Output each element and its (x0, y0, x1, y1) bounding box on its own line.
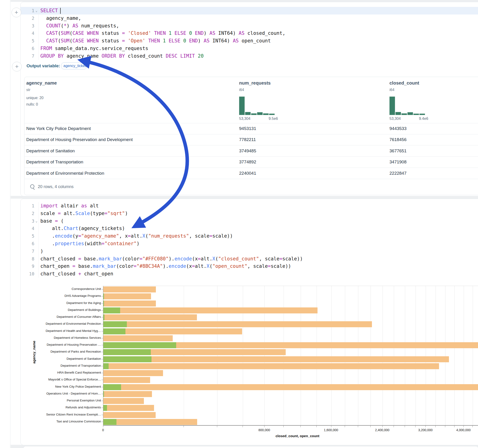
table-cell: 3677651 (390, 145, 407, 156)
table-row[interactable]: Department of Transportation377489234719… (25, 156, 478, 168)
table-row[interactable]: Department of Housing Preservation and D… (25, 134, 478, 145)
y-axis-label: Taxi and Limousine Commission (0, 420, 101, 423)
x-axis-tick (425, 426, 426, 427)
open-count-bar (103, 293, 104, 299)
y-axis-tick (101, 415, 103, 415)
column-header[interactable]: num_requests (239, 81, 271, 86)
column-type: i64 (239, 88, 244, 92)
line-number-gutter: 2 (20, 14, 39, 22)
fold-spacer (34, 37, 38, 45)
y-axis-label: Operations Unit - Department of Hom… (0, 392, 101, 395)
x-axis-tick-label: 2,400,000 (364, 428, 401, 432)
table-cell: Department of Environmental Protection (26, 168, 104, 179)
code-line[interactable]: 1import altair as alt (20, 202, 478, 210)
line-number-gutter: 3 (20, 22, 39, 30)
y-axis-tick (101, 317, 103, 317)
search-icon[interactable] (30, 184, 34, 188)
table-row[interactable]: New York City Police Department945313194… (25, 123, 478, 134)
column-histogram (390, 97, 426, 115)
fold-chevron-icon[interactable]: ⌄ (34, 217, 38, 225)
y-axis-tick (101, 359, 103, 359)
code-line[interactable]: 3 COUNT(*) AS num_requests, (20, 22, 478, 30)
add-cell-button-top[interactable]: + (12, 8, 21, 17)
gridline (405, 286, 405, 425)
x-axis-tick (370, 426, 371, 427)
closed-count-bar (103, 335, 173, 341)
table-cell: Department of Sanitation (26, 145, 75, 156)
gridline (184, 286, 184, 425)
open-count-bar (103, 300, 104, 306)
output-variable-chip[interactable]: agency_tickets (61, 62, 87, 69)
y-axis-label: Department of Parks and Recreation (0, 350, 101, 353)
fold-chevron-icon[interactable]: ⌄ (34, 7, 38, 14)
open-count-bar (103, 384, 121, 390)
table-cell: 7782211 (239, 134, 256, 145)
open-count-bar (103, 321, 127, 327)
code-line[interactable]: 9chart_open = base.mark_bar(color="#8BC3… (20, 262, 478, 270)
code-line[interactable]: 5 .encode(y="agency_name", x=alt.X("num_… (20, 232, 478, 240)
add-cell-button-middle[interactable]: + (12, 62, 22, 71)
x-axis-tick (464, 426, 464, 427)
fold-spacer (34, 240, 38, 248)
code-line[interactable]: 1⌄SELECT (20, 7, 478, 14)
code-line[interactable]: 4 CAST(SUM(CASE WHEN status = 'Closed' T… (20, 30, 478, 37)
y-axis-label: Correspondence Unit (0, 287, 101, 291)
x-axis-tick (454, 426, 454, 427)
x-axis-title: closed_count, open_count (205, 434, 390, 438)
code-line[interactable]: 6FROM sample_data.nyc.service_requests (20, 45, 478, 52)
python-editor[interactable]: 1import altair as alt2scale = alt.Scale(… (20, 202, 478, 278)
x-axis-tick (382, 426, 383, 427)
gridline (371, 286, 371, 425)
gridline (317, 286, 317, 425)
gridline (358, 286, 358, 425)
code-line[interactable]: 4 alt.Chart(agency_tickets) (20, 225, 478, 232)
sql-editor[interactable]: 1⌄SELECT 2 agency_name,3 COUNT(*) AS num… (20, 7, 478, 60)
y-axis-label: HRA Benefit Card Replacement (0, 371, 101, 374)
code-line[interactable]: 7GROUP BY agency_name ORDER BY closed_co… (20, 52, 478, 60)
code-line[interactable]: 8chart_closed = base.mark_bar(color="#FF… (20, 255, 478, 263)
code-text: chart_closed = base.mark_bar(color="#FFC… (39, 255, 303, 263)
closed-count-bar (103, 286, 156, 292)
y-axis-label: Department of Buildings (0, 308, 101, 311)
code-line[interactable]: 7) (20, 248, 478, 255)
code-line[interactable]: 6 .properties(width="container") (20, 240, 478, 248)
table-footer: 20 rows, 4 columns (25, 179, 478, 195)
fold-spacer (34, 22, 38, 30)
table-cell: Department of Transportation (26, 156, 83, 168)
table-row[interactable]: Department of Environmental Protection22… (25, 168, 478, 179)
code-line[interactable]: 2 agency_name, (20, 14, 478, 22)
fold-spacer (34, 255, 38, 263)
column-header[interactable]: closed_count (390, 81, 419, 86)
line-number-gutter: 4 (20, 30, 39, 37)
y-axis-tick (101, 408, 103, 408)
x-axis-tick (103, 426, 103, 427)
x-axis-tick (435, 426, 436, 427)
code-line[interactable]: 2scale = alt.Scale(type="sqrt") (20, 210, 478, 217)
column-header[interactable]: agency_name (26, 81, 57, 86)
row-count-label: 20 rows, 4 columns (38, 181, 74, 192)
gridline (217, 286, 217, 425)
line-number-gutter: 6 (20, 240, 39, 248)
column-histogram (239, 97, 276, 115)
x-axis-tick (358, 426, 358, 427)
fold-spacer (34, 210, 38, 217)
code-line[interactable]: 3⌄base = ( (20, 217, 478, 225)
closed-count-bar (103, 377, 150, 383)
fold-spacer (34, 14, 38, 22)
fold-spacer (34, 225, 38, 232)
code-line[interactable]: 10chart_closed + chart_open (20, 270, 478, 278)
y-axis-label: New York City Police Department (0, 385, 101, 388)
x-axis-tick (243, 426, 243, 427)
gridline (454, 286, 455, 425)
open-count-bar (103, 363, 109, 369)
table-cell: 2222847 (390, 168, 407, 179)
x-axis-tick (445, 426, 445, 427)
code-line[interactable]: 5 CAST(SUM(CASE WHEN status = 'Open' THE… (20, 37, 478, 45)
table-row[interactable]: Department of Sanitation37494853677651 (25, 145, 478, 156)
closed-count-bar (103, 370, 163, 376)
open-count-bar (103, 307, 120, 313)
y-axis-tick (101, 345, 103, 345)
open-count-bar (103, 328, 126, 334)
table-cell: 7618456 (390, 134, 407, 145)
table-cell: 3774892 (239, 156, 256, 168)
